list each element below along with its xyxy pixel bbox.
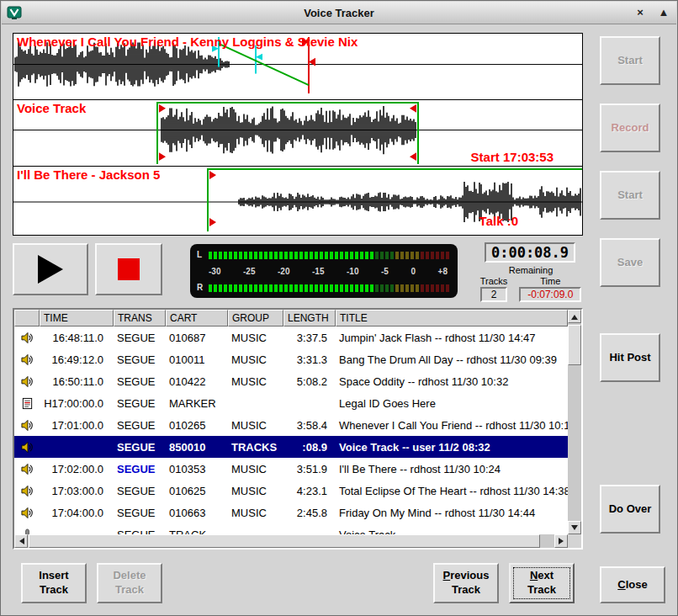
titlebar[interactable]: Voice Tracker × ▲ — [2, 2, 676, 24]
led-segment — [335, 284, 338, 292]
track-marker-handle[interactable] — [209, 171, 216, 179]
scale-tick: -15 — [312, 267, 324, 276]
hit-post-button[interactable]: Hit Post — [600, 333, 660, 382]
led-segment — [350, 252, 353, 259]
led-segment — [320, 284, 323, 292]
log-row[interactable]: 17:01:00.0SEGUE010265MUSIC3:58.4Whenever… — [14, 414, 568, 436]
scroll-up-button[interactable] — [568, 310, 581, 323]
vertical-scroll-thumb[interactable] — [568, 325, 581, 365]
scroll-left-button[interactable] — [14, 534, 28, 548]
led-segment — [249, 252, 252, 259]
log-row[interactable]: 17:02:00.0SEGUE010353MUSIC3:51.9I'll Be … — [14, 458, 568, 480]
header-trans[interactable]: TRANS — [114, 310, 166, 327]
header-group[interactable]: GROUP — [228, 310, 283, 327]
led-segment — [254, 252, 257, 259]
cell-group: MUSIC — [228, 485, 283, 497]
led-segment — [355, 284, 358, 292]
header-title[interactable]: TITLE — [336, 310, 568, 327]
log-row[interactable]: 16:49:12.0SEGUE010011MUSIC3:31.3Bang The… — [14, 348, 568, 370]
header-length[interactable]: LENGTH — [283, 310, 336, 327]
log-row[interactable]: 17:04:00.0SEGUE010663MUSIC2:45.8Friday O… — [14, 502, 568, 523]
track-marker-handle[interactable] — [410, 104, 416, 113]
log-row[interactable]: 16:50:11.0SEGUE010422MUSIC5:08.2Space Od… — [14, 370, 568, 392]
track-2[interactable]: Voice Track Start 17:03:53 — [13, 100, 582, 167]
led-segment — [330, 252, 333, 259]
header-time[interactable]: TIME — [40, 310, 114, 327]
scale-tick: -30 — [209, 267, 220, 276]
cell-title: Jumpin' Jack Flash -- rdhost 11/30 14:47 — [336, 332, 568, 344]
led-segment — [294, 284, 298, 292]
led-segment — [320, 252, 323, 259]
record-button[interactable]: Record — [600, 104, 660, 152]
cell-length: 4:23.1 — [283, 485, 336, 497]
log-row[interactable]: 17:03:00.0SEGUE010625MUSIC4:23.1Total Ec… — [14, 480, 568, 502]
do-over-button[interactable]: Do Over — [600, 485, 660, 534]
close-icon[interactable]: × — [633, 5, 648, 20]
cell-title: Total Eclipse Of The Heart -- rdhost 11/… — [336, 485, 568, 497]
close-button[interactable]: Close — [600, 566, 665, 603]
scroll-down-button[interactable] — [568, 521, 581, 534]
led-segment — [436, 252, 439, 259]
led-segment — [249, 284, 252, 292]
led-segment — [360, 252, 363, 259]
cell-trans: SEGUE — [114, 353, 166, 366]
insert-track-button[interactable]: Insert Track — [21, 563, 87, 603]
close-label: Close — [617, 578, 647, 592]
led-segment — [340, 284, 343, 292]
led-segment — [234, 252, 237, 259]
play-button[interactable] — [13, 243, 88, 295]
led-segment — [390, 284, 394, 292]
led-segment — [209, 252, 212, 259]
horizontal-scrollbar[interactable] — [14, 534, 568, 548]
app-icon[interactable] — [7, 5, 22, 20]
start-button-1[interactable]: Start — [600, 36, 660, 85]
log-row[interactable]: SEGUE850010TRACKS:08.9Voice Track -- use… — [14, 436, 568, 458]
cell-title: Voice Track -- user 11/2 08:32 — [336, 441, 568, 454]
log-row[interactable]: 16:48:11.0SEGUE010687MUSIC3:37.5Jumpin' … — [14, 327, 568, 348]
cell-title: Space Oddity -- rdhost 11/30 10:32 — [336, 375, 568, 388]
delete-track-button[interactable]: Delete Track — [97, 563, 162, 603]
cell-cart: 010625 — [166, 485, 228, 497]
header-icon[interactable] — [14, 310, 40, 327]
cell-cart: 010422 — [166, 375, 228, 388]
led-segment — [214, 252, 217, 259]
horizontal-scroll-thumb[interactable] — [29, 534, 540, 548]
shade-icon[interactable]: ▲ — [656, 5, 671, 20]
next-track-button[interactable]: Next Track — [509, 563, 575, 603]
end-marker-handle[interactable] — [309, 58, 315, 66]
track-3[interactable]: I'll Be There - Jackson 5 Talk :0 — [13, 167, 582, 233]
track-marker-handle[interactable] — [159, 104, 166, 113]
log-row[interactable]: H17:00:00.0SEGUEMARKERLegal ID Goes Here — [14, 392, 568, 414]
previous-track-button[interactable]: Previous Track — [433, 563, 499, 603]
cell-time: H17:00:00.0 — [40, 397, 114, 410]
led-segment — [269, 252, 273, 259]
track-marker-handle[interactable] — [410, 152, 416, 161]
cell-trans: SEGUE — [114, 485, 166, 497]
header-cart[interactable]: CART — [166, 310, 228, 327]
track-3-talk-time: Talk :0 — [479, 214, 518, 228]
led-segment — [330, 284, 333, 292]
play-icon — [38, 255, 63, 284]
cell-time: 17:04:00.0 — [40, 507, 114, 519]
cell-trans: SEGUE — [114, 332, 166, 344]
fade-handle[interactable] — [256, 54, 262, 61]
track-marker-handle[interactable] — [209, 218, 216, 226]
led-segment — [264, 252, 267, 259]
led-segment — [421, 252, 424, 259]
scroll-right-button[interactable] — [554, 534, 568, 548]
track-marker-handle[interactable] — [159, 152, 166, 161]
led-segment — [441, 252, 444, 259]
save-button[interactable]: Save — [600, 238, 660, 287]
track-3-title: I'll Be There - Jackson 5 — [17, 167, 160, 182]
start-button-2[interactable]: Start — [600, 171, 660, 220]
led-segment — [375, 284, 379, 292]
log-row[interactable]: SEGUETRACKVoice Track — [14, 523, 568, 534]
stop-button[interactable] — [95, 243, 162, 295]
cell-time: 17:01:00.0 — [40, 419, 114, 432]
led-segment — [446, 252, 449, 259]
led-segment — [350, 284, 353, 292]
track-1[interactable]: Whenever I Call You Friend - Kenny Loggi… — [13, 34, 582, 100]
vertical-scrollbar[interactable] — [568, 310, 581, 534]
cell-trans: SEGUE — [114, 397, 166, 410]
led-segment — [325, 252, 328, 259]
